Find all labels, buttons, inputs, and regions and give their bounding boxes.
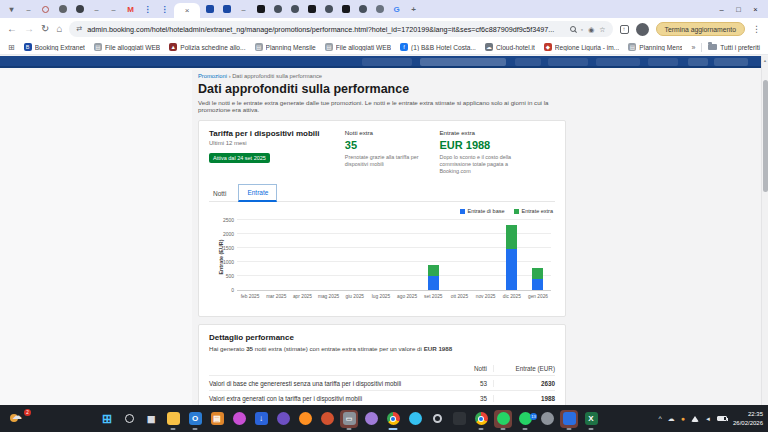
google-tab[interactable]: G (389, 3, 404, 16)
bookmark-item[interactable]: ▤Planning Mensile (255, 43, 316, 51)
pinned-tab[interactable] (38, 3, 53, 16)
bar-column[interactable] (289, 221, 315, 290)
active-tab[interactable]: × (174, 3, 200, 18)
nav-item-clipped[interactable] (548, 58, 588, 66)
taskbar-search[interactable] (120, 410, 138, 428)
pinned-tab[interactable] (55, 3, 70, 16)
tab-notti[interactable]: Notti (211, 186, 228, 201)
bookmark-item[interactable]: ☁Cloud-hotel.it (485, 43, 535, 51)
nav-item-clipped[interactable] (420, 58, 506, 66)
nav-item-clipped[interactable] (648, 58, 678, 66)
bar-column[interactable] (316, 221, 342, 290)
weather-widget[interactable]: ☁ 2 (8, 410, 30, 427)
home-icon[interactable]: ⌂ (56, 24, 62, 34)
extranet-navbar[interactable] (0, 56, 768, 68)
update-chrome-button[interactable]: Termina aggiornamento (656, 22, 745, 36)
bookmark-item[interactable]: ▤File alloggiati WEB (94, 43, 160, 51)
taskbar-chrome-profile-2[interactable] (472, 410, 490, 428)
tab-entrate[interactable]: Entrate (238, 184, 277, 202)
taskbar-camera-app[interactable] (450, 410, 468, 428)
bar-column[interactable] (525, 221, 551, 290)
nav-item-clipped[interactable] (515, 58, 541, 66)
taskbar-loop-app[interactable] (274, 410, 292, 428)
bar-column[interactable] (473, 221, 499, 290)
search-icon[interactable] (570, 26, 576, 32)
bookmark-item[interactable]: ▤File alloggiati WEB (325, 43, 391, 51)
taskbar-inbox-app[interactable]: ↓ (252, 410, 270, 428)
taskbar-clock[interactable]: 22:35 26/02/2026 (733, 410, 763, 426)
bookmark-item[interactable]: ▤Planning Mensile (628, 43, 682, 51)
taskbar-whatsapp[interactable] (494, 410, 512, 428)
taskbar-bluestacks[interactable] (560, 410, 578, 428)
browser-menu-icon[interactable]: ⋮ (752, 24, 761, 34)
bookmark-item[interactable]: BBooking Extranet (24, 43, 85, 51)
minimize-icon[interactable]: – (713, 2, 730, 16)
bookmark-item[interactable]: ◆Regione Liguria - im... (544, 43, 620, 51)
back-icon[interactable]: ← (7, 24, 17, 34)
taskbar-outlook[interactable]: O (186, 410, 204, 428)
password-icon[interactable]: ◦ (581, 26, 583, 33)
bar-column[interactable] (342, 221, 368, 290)
close-window-icon[interactable]: × (747, 2, 764, 16)
all-bookmarks-button[interactable]: Tutti i preferiti (708, 44, 760, 51)
bar-column[interactable] (368, 221, 394, 290)
pinned-tab[interactable] (304, 3, 319, 16)
notification-icon[interactable]: ● (681, 415, 685, 422)
taskbar-file-explorer[interactable] (164, 410, 182, 428)
pinned-tab[interactable]: – (236, 3, 251, 16)
gmail-tab[interactable]: M (123, 3, 138, 16)
taskbar-calendar[interactable]: ▤ (208, 410, 226, 428)
tab-search-chevron[interactable]: ▾ (4, 3, 19, 16)
scrollbar-thumb[interactable] (763, 80, 768, 192)
pinned-tab[interactable]: – (89, 3, 104, 16)
bar-column[interactable] (394, 221, 420, 290)
apps-grid-icon[interactable]: ⊞ (8, 43, 15, 52)
bookmark-star-icon[interactable]: ☆ (599, 26, 605, 33)
pinned-tab[interactable] (253, 3, 268, 16)
breadcrumb-promozioni-link[interactable]: Promozioni (198, 73, 227, 79)
pinned-tab[interactable]: ⋮ (157, 3, 172, 16)
bookmark-item[interactable]: ▲Polizia schedine allo... (169, 43, 245, 51)
preview-eye-icon[interactable]: ◉ (588, 26, 594, 33)
nav-item-clipped[interactable] (714, 58, 748, 66)
taskbar-people-app[interactable] (362, 410, 380, 428)
taskbar-whatsapp-2[interactable]: 13 (516, 410, 534, 428)
nav-item-clipped[interactable] (596, 58, 640, 66)
reload-icon[interactable]: ↻ (41, 24, 49, 34)
taskbar-photos[interactable] (230, 410, 248, 428)
pinned-tab[interactable]: – (21, 3, 36, 16)
site-settings-icon[interactable]: ⇄ (76, 25, 82, 33)
nav-item-clipped[interactable] (688, 58, 708, 66)
taskbar-edge[interactable] (406, 410, 424, 428)
taskbar-office-app[interactable] (318, 410, 336, 428)
pinned-tab[interactable] (321, 3, 336, 16)
onedrive-icon[interactable]: ☁ (668, 415, 675, 422)
maximize-icon[interactable]: □ (730, 2, 747, 16)
taskbar-snipping-tool[interactable] (538, 410, 556, 428)
taskbar-chrome[interactable] (384, 410, 402, 428)
wifi-icon[interactable] (691, 416, 699, 422)
booking-tab[interactable] (202, 3, 217, 16)
bar-column[interactable] (237, 221, 263, 290)
bar-column[interactable] (499, 221, 525, 290)
profile-avatar[interactable] (636, 23, 649, 36)
booking-tab[interactable] (219, 3, 234, 16)
forward-icon[interactable]: → (24, 24, 34, 34)
new-tab[interactable]: + (406, 3, 421, 16)
bar-column[interactable] (263, 221, 289, 290)
bookmarks-overflow-icon[interactable]: » (691, 44, 695, 51)
vertical-scrollbar[interactable]: ▲ (761, 56, 768, 405)
taskbar-firefox[interactable] (296, 410, 314, 428)
tray-expand-icon[interactable]: ^ (658, 415, 661, 422)
url-text[interactable]: admin.booking.com/hotel/hoteladmin/extra… (87, 25, 564, 34)
taskbar-task-view[interactable]: ▦ (142, 410, 160, 428)
bar-column[interactable] (420, 221, 446, 290)
close-tab-icon[interactable]: × (185, 6, 190, 15)
pinned-tab[interactable] (338, 3, 353, 16)
pinned-tab[interactable]: ⋮ (140, 3, 155, 16)
pinned-tab[interactable] (287, 3, 302, 16)
pinned-tab[interactable]: – (106, 3, 121, 16)
taskbar-settings[interactable] (428, 410, 446, 428)
pinned-tab[interactable] (372, 3, 387, 16)
scroll-up-icon[interactable]: ▲ (763, 58, 767, 63)
